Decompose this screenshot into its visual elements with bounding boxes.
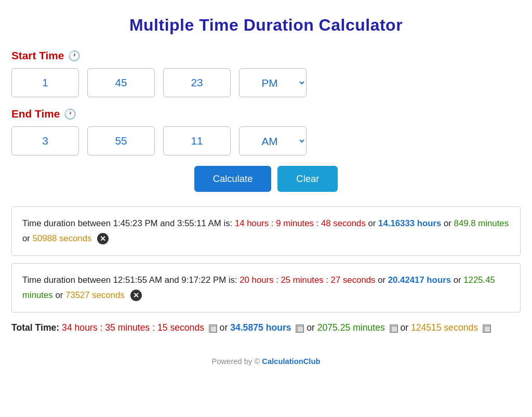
- footer-text: Powered by ©: [212, 357, 262, 366]
- result1-seconds-total: 50988 seconds: [33, 233, 92, 243]
- result1-or3: or: [22, 233, 33, 243]
- result1-prefix: Time duration between 1:45:23 PM and 3:5…: [22, 218, 235, 228]
- result2-minutes: 25 minutes: [281, 275, 326, 285]
- copy-icon-seconds[interactable]: [209, 324, 217, 333]
- copy-icon-minutes[interactable]: [390, 324, 398, 333]
- result2-seconds-total: 73527 seconds: [65, 290, 125, 300]
- result2-colon1: :: [276, 275, 281, 285]
- total-label: Total Time:: [11, 322, 62, 333]
- start-time-text: Start Time: [11, 49, 64, 62]
- result-box-1: Time duration between 1:45:23 PM and 3:5…: [11, 206, 521, 256]
- result2-or1: or: [378, 275, 388, 285]
- result2-seconds: 27 seconds: [331, 275, 376, 285]
- end-time-label: End Time 🕐: [11, 108, 521, 120]
- total-hours: 34 hours: [62, 322, 100, 333]
- result2-hours: 20 hours: [240, 275, 276, 285]
- result2-close-button[interactable]: ✕: [130, 290, 142, 301]
- total-decimal-hours: 34.5875 hours: [230, 322, 291, 333]
- total-or1: or: [220, 322, 231, 333]
- copy-icon-hours[interactable]: [296, 324, 304, 333]
- total-minutes: 35 minutes: [105, 322, 152, 333]
- page-title: Multiple Time Duration Calculator: [129, 16, 403, 35]
- start-time-inputs: PM AM: [11, 68, 521, 97]
- clear-button[interactable]: Clear: [277, 166, 338, 192]
- total-seconds: 15 seconds: [157, 322, 204, 333]
- total-minutes-decimal: 2075.25 minutes: [317, 322, 385, 333]
- total-time-section: Total Time: 34 hours : 35 minutes : 15 s…: [11, 320, 521, 342]
- clock-icon-start: 🕐: [68, 50, 81, 62]
- start-time-label: Start Time 🕐: [11, 49, 521, 62]
- result1-minutes: 9 minutes: [276, 218, 316, 228]
- copy-icon-total-seconds[interactable]: [483, 324, 491, 333]
- result2-colon2: :: [326, 275, 330, 285]
- end-hour-input[interactable]: [11, 126, 79, 155]
- total-colon1: :: [100, 322, 105, 333]
- result1-hours: 14 hours: [235, 218, 271, 228]
- result1-minutes-decimal: 849.8 minutes: [454, 218, 509, 228]
- result1-colon2: :: [316, 218, 321, 228]
- calculate-button[interactable]: Calculate: [194, 166, 272, 192]
- end-ampm-select[interactable]: AM PM: [239, 126, 307, 155]
- result1-colon1: :: [271, 218, 276, 228]
- result1-close-button[interactable]: ✕: [97, 233, 109, 244]
- footer-link[interactable]: CalculationClub: [262, 357, 320, 366]
- result1-or1: or: [368, 218, 378, 228]
- total-seconds-total: 124515 seconds: [411, 322, 478, 333]
- result2-or3: or: [55, 290, 65, 300]
- end-second-input[interactable]: [163, 126, 231, 155]
- total-or2: or: [307, 322, 317, 333]
- end-time-text: End Time: [11, 108, 60, 120]
- result1-or2: or: [444, 218, 454, 228]
- start-ampm-select[interactable]: PM AM: [239, 68, 307, 97]
- clock-icon-end: 🕐: [64, 108, 76, 120]
- buttons-row: Calculate Clear: [11, 166, 521, 192]
- result1-decimal-hours: 14.16333 hours: [378, 218, 441, 228]
- result2-decimal-hours: 20.42417 hours: [388, 275, 451, 285]
- end-time-inputs: AM PM: [11, 126, 521, 155]
- end-minute-input[interactable]: [87, 126, 155, 155]
- start-second-input[interactable]: [163, 68, 231, 97]
- start-minute-input[interactable]: [87, 68, 155, 97]
- result2-or2: or: [454, 275, 464, 285]
- start-hour-input[interactable]: [11, 68, 79, 97]
- result2-prefix: Time duration between 12:51:55 AM and 9:…: [22, 275, 240, 285]
- total-colon2: :: [152, 322, 157, 333]
- result-box-2: Time duration between 12:51:55 AM and 9:…: [11, 263, 521, 312]
- total-or3: or: [400, 322, 411, 333]
- result1-seconds: 48 seconds: [321, 218, 366, 228]
- footer: Powered by © CalculationClub: [212, 357, 321, 366]
